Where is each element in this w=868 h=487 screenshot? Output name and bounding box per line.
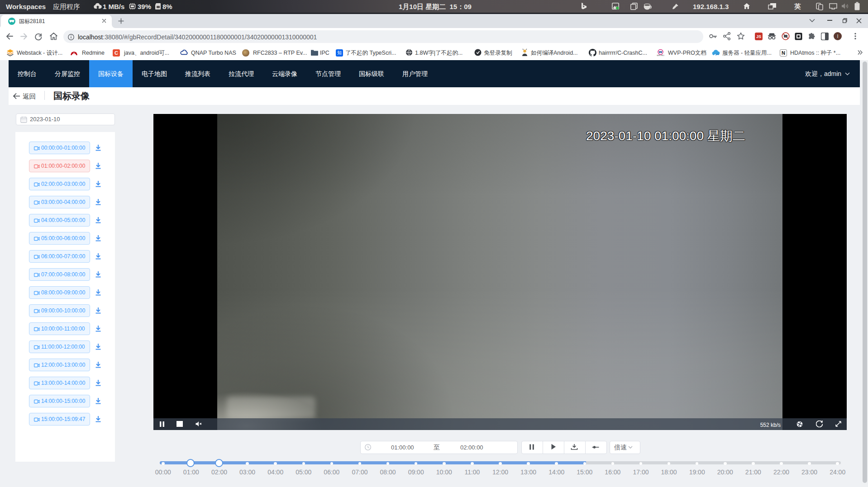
svg-text:WVP-PRO: WVP-PRO (657, 55, 664, 57)
